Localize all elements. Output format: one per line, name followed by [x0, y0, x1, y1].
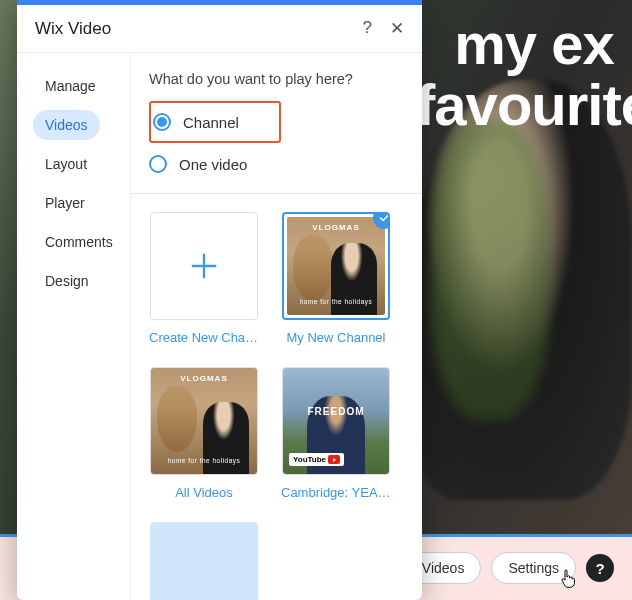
tile-cambridge-year[interactable]: FREEDOM YouTube Cambridge: YEAR … [281, 367, 391, 500]
channel-tiles-grid: Create New Channel VLOGMAS home for the … [149, 212, 404, 600]
play-prompt: What do you want to play here? [149, 71, 404, 87]
youtube-badge: YouTube [289, 453, 344, 466]
radio-label-one-video: One video [179, 156, 247, 173]
create-channel-thumb [150, 212, 258, 320]
placeholder-thumb [150, 522, 258, 600]
radio-one-video[interactable]: One video [149, 149, 404, 179]
sidebar-item-layout[interactable]: Layout [33, 149, 99, 179]
section-divider [131, 193, 422, 194]
sidebar-item-manage[interactable]: Manage [33, 71, 108, 101]
radio-icon [153, 113, 171, 131]
background-overlay-text: my ex favourite [416, 14, 632, 136]
thumb-title: VLOGMAS [287, 223, 385, 232]
thumb-title: FREEDOM [283, 406, 389, 417]
help-button[interactable]: ? [586, 554, 614, 582]
plus-icon [187, 249, 221, 283]
thumb-subtitle: home for the holidays [287, 298, 385, 305]
panel-sidebar: Manage Videos Layout Player Comments Des… [17, 53, 130, 600]
panel-header: Wix Video ? ✕ [17, 5, 422, 53]
tile-create-channel[interactable]: Create New Channel [149, 212, 259, 345]
channel-option-highlight: Channel [149, 101, 281, 143]
thumb-title: VLOGMAS [151, 374, 257, 383]
wix-video-panel: Wix Video ? ✕ Manage Videos Layout Playe… [17, 0, 422, 600]
tile-my-new-channel[interactable]: VLOGMAS home for the holidays My New Cha… [281, 212, 391, 345]
panel-main: What do you want to play here? Channel O… [130, 53, 422, 600]
bg-text-line1: my ex [416, 14, 632, 75]
sidebar-item-comments[interactable]: Comments [33, 227, 125, 257]
thumb-subtitle: home for the holidays [151, 457, 257, 464]
channel-thumb: VLOGMAS home for the holidays [150, 367, 258, 475]
tile-all-videos[interactable]: VLOGMAS home for the holidays All Videos [149, 367, 259, 500]
sidebar-item-videos[interactable]: Videos [33, 110, 100, 140]
tile-placeholder[interactable] [149, 522, 259, 600]
close-icon[interactable]: ✕ [390, 18, 404, 39]
tile-label: All Videos [175, 485, 233, 500]
channel-thumb: FREEDOM YouTube [282, 367, 390, 475]
youtube-icon [328, 455, 340, 464]
tile-label: My New Channel [287, 330, 386, 345]
help-icon[interactable]: ? [363, 18, 372, 39]
sidebar-item-design[interactable]: Design [33, 266, 101, 296]
radio-channel[interactable]: Channel [153, 107, 239, 137]
background-plant [430, 120, 550, 420]
panel-title: Wix Video [35, 19, 111, 39]
tile-label: Cambridge: YEAR … [281, 485, 391, 500]
channel-thumb: VLOGMAS home for the holidays [282, 212, 390, 320]
radio-label-channel: Channel [183, 114, 239, 131]
radio-icon [149, 155, 167, 173]
bg-text-line2: favourite [416, 75, 632, 136]
tile-label: Create New Channel [149, 330, 259, 345]
sidebar-item-player[interactable]: Player [33, 188, 97, 218]
settings-button[interactable]: Settings [491, 552, 576, 584]
